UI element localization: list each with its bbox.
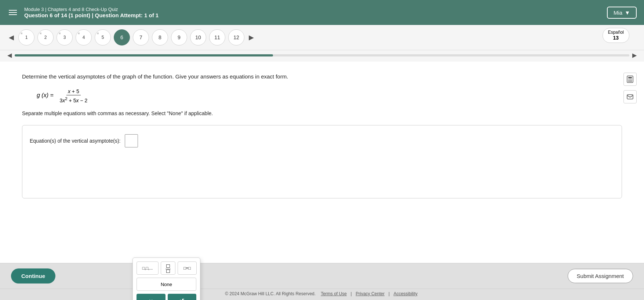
privacy-link[interactable]: Privacy Center <box>356 291 385 296</box>
question-nav-btn-1[interactable]: ≡ 1 <box>18 29 34 45</box>
chevron-down-icon: ▼ <box>625 10 630 16</box>
svg-rect-2 <box>628 80 629 80</box>
eq-icon-2: ≡ <box>40 32 41 35</box>
math-toolbar-popup: □,□,... □=□ <box>132 257 200 300</box>
question-nav-btn-9[interactable]: 9 <box>171 29 187 45</box>
formula-left: g (x) = <box>37 92 55 98</box>
question-nav-btn-5[interactable]: ≡ 5 <box>95 29 111 45</box>
question-nav-btn-3[interactable]: ≡ 3 <box>57 29 73 45</box>
svg-rect-6 <box>630 81 631 82</box>
toolbar-reset-btn[interactable]: ↺ <box>168 294 197 300</box>
toolbar-bottom-row: × ↺ <box>137 294 196 300</box>
submit-assignment-button[interactable]: Submit Assignment <box>568 269 633 283</box>
header: Module 3 | Chapters 4 and 8 Check-Up Qui… <box>0 0 644 25</box>
copyright-bar: © 2024 McGraw Hill LLC. All Rights Reser… <box>0 289 644 300</box>
calculator-icon-btn[interactable] <box>623 73 637 86</box>
formula-denominator: 3x2 + 5x − 2 <box>58 95 89 103</box>
svg-rect-1 <box>628 77 632 78</box>
question-nav: ◀ ≡ 1 ≡ 2 ≡ 3 ≡ 4 ≡ 5 6 7 8 9 <box>0 25 644 50</box>
answer-box: Equation(s) of the vertical asymptote(s)… <box>22 125 622 198</box>
question-nav-btn-11[interactable]: 11 <box>209 29 225 45</box>
equation-label-text: Equation(s) of the vertical asymptote(s)… <box>30 138 120 144</box>
svg-rect-7 <box>631 81 632 82</box>
progress-fill <box>15 54 273 56</box>
eq-icon-1: ≡ <box>21 32 22 35</box>
svg-rect-8 <box>627 95 633 99</box>
sidebar-icons <box>623 73 637 103</box>
question-nav-btn-8[interactable]: 8 <box>152 29 168 45</box>
svg-rect-4 <box>631 80 632 80</box>
fraction-icon <box>165 263 171 273</box>
question-line: Question 6 of 14 (1 point) | Question At… <box>24 12 159 18</box>
toolbar-none-row: None <box>137 278 196 291</box>
toolbar-equals-btn[interactable]: □=□ <box>178 261 197 275</box>
toolbar-multiple-btn[interactable]: □,□,... <box>137 261 159 275</box>
progress-bar-area: ◀ ▶ <box>0 50 644 62</box>
email-icon-btn[interactable] <box>623 90 637 103</box>
question-nav-btn-7[interactable]: 7 <box>133 29 149 45</box>
toolbar-fraction-btn[interactable] <box>161 261 175 275</box>
terms-link[interactable]: Terms of Use <box>321 291 347 296</box>
eq-icon-4: ≡ <box>78 32 80 35</box>
user-name-label: Mia <box>614 10 622 16</box>
hamburger-menu[interactable] <box>7 8 18 17</box>
question-nav-btn-6[interactable]: 6 <box>114 29 130 45</box>
nav-prev-arrow[interactable]: ◀ <box>7 33 15 41</box>
progress-left-arrow[interactable]: ◀ <box>7 52 12 59</box>
user-menu-button[interactable]: Mia ▼ <box>607 7 637 19</box>
toolbar-close-btn[interactable]: × <box>137 294 165 300</box>
eq-icon-5: ≡ <box>97 32 99 35</box>
progress-right-arrow[interactable]: ▶ <box>632 52 637 59</box>
copyright-text: © 2024 McGraw Hill LLC. All Rights Reser… <box>225 291 316 296</box>
eq-icon-3: ≡ <box>59 32 61 35</box>
svg-rect-3 <box>630 80 631 80</box>
module-line: Module 3 | Chapters 4 and 8 Check-Up Qui… <box>24 7 159 12</box>
continue-button[interactable]: Continue <box>11 268 55 283</box>
content-area: Determine the vertical asymptotes of the… <box>0 62 644 263</box>
question-nav-btn-4[interactable]: ≡ 4 <box>76 29 92 45</box>
toolbar-none-btn[interactable]: None <box>137 278 196 291</box>
formula-fraction: x + 5 3x2 + 5x − 2 <box>58 88 89 103</box>
header-title: Module 3 | Chapters 4 and 8 Check-Up Qui… <box>24 7 159 18</box>
formula-numerator: x + 5 <box>66 88 81 95</box>
equation-input[interactable] <box>125 134 138 147</box>
svg-rect-5 <box>628 81 629 82</box>
language-button[interactable]: Español 13 <box>603 28 629 43</box>
nav-next-arrow[interactable]: ▶ <box>247 33 255 41</box>
progress-track <box>15 54 629 56</box>
separator-instruction: Separate multiple equations with commas … <box>22 110 622 116</box>
question-instruction: Determine the vertical asymptotes of the… <box>22 73 622 81</box>
header-left: Module 3 | Chapters 4 and 8 Check-Up Qui… <box>7 7 159 18</box>
toolbar-top-row: □,□,... □=□ <box>137 261 196 275</box>
question-nav-btn-2[interactable]: ≡ 2 <box>37 29 54 45</box>
equation-label-row: Equation(s) of the vertical asymptote(s)… <box>30 134 614 147</box>
question-nav-btn-12[interactable]: 12 <box>228 29 244 45</box>
accessibility-link[interactable]: Accessibility <box>393 291 417 296</box>
math-formula: g (x) = x + 5 3x2 + 5x − 2 <box>37 88 622 103</box>
footer: Continue Submit Assignment <box>0 263 644 289</box>
question-nav-btn-10[interactable]: 10 <box>190 29 206 45</box>
